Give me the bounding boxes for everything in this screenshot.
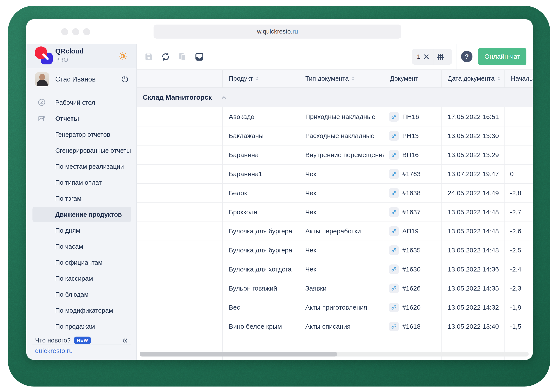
document-link-icon[interactable] [389, 226, 399, 236]
online-chat-button[interactable]: Онлайн-чат [478, 48, 526, 65]
sidebar-item-by-hours[interactable]: По часам [26, 238, 136, 254]
sidebar-item-by-dishes[interactable]: По блюдам [26, 286, 136, 302]
document-number[interactable]: ВП16 [402, 151, 419, 159]
cell-product: Авокадо [223, 107, 299, 126]
document-link-icon[interactable] [389, 265, 399, 274]
group-row-warehouse[interactable]: Склад Магнитогорск [137, 88, 533, 107]
document-number[interactable]: АП19 [402, 227, 419, 235]
cell-doc-type: Чек [299, 203, 384, 222]
document-number[interactable]: #1763 [402, 170, 420, 178]
document-link-icon[interactable] [389, 303, 399, 312]
document-number[interactable]: #1638 [402, 189, 420, 197]
table-row: Авокадо Приходные накладные ПН16 17.05.2… [137, 107, 533, 126]
sort-icon[interactable] [351, 76, 355, 81]
document-number[interactable]: #1637 [402, 209, 420, 216]
column-header-document[interactable]: Документ [384, 70, 442, 87]
document-number[interactable]: ПН16 [402, 113, 419, 121]
sidebar-nav: Рабочий стол Отчеты Генератор отчетов Сг… [26, 94, 136, 334]
toolbar-separator-2 [456, 44, 456, 69]
cell-initial: -2,4 [505, 260, 533, 279]
row-spacer-cell [137, 279, 223, 298]
sidebar-item-by-modifiers[interactable]: По модификаторам [26, 302, 136, 318]
address-bar[interactable]: w.quickresto.ru [154, 25, 401, 39]
column-header-doc-type[interactable]: Тип документа [299, 70, 384, 87]
table-row: Баранина1 Чек #1763 13.07.2022 19:47 0 [137, 165, 533, 183]
document-link-icon[interactable] [389, 284, 399, 293]
sidebar-item-reports[interactable]: Отчеты [26, 110, 136, 126]
sidebar-item-generated-reports[interactable]: Сгенерированные отчеты [26, 142, 136, 158]
column-header-initial[interactable]: Начальн. [505, 70, 533, 87]
sidebar-item-by-tags[interactable]: По тэгам [26, 190, 136, 206]
window-minimize-button[interactable] [72, 28, 79, 35]
column-header-doc-date[interactable]: Дата документа [442, 70, 505, 87]
cell-doc-type: Приходные накладные [299, 107, 384, 126]
sort-icon[interactable] [497, 76, 501, 81]
document-link-icon[interactable] [389, 112, 399, 122]
column-header-product[interactable]: Продукт [223, 70, 299, 87]
horizontal-scrollbar-thumb[interactable] [140, 352, 337, 357]
cell-document: #1630 [384, 260, 442, 279]
sidebar-item-by-sales[interactable]: По продажам [26, 318, 136, 334]
cell-doc-type: Чек [299, 260, 384, 279]
cell-date: 13.05.2022 14:48 [442, 241, 505, 260]
sidebar-item-product-movement[interactable]: Движение продуктов [26, 206, 136, 222]
document-link-icon[interactable] [389, 245, 399, 255]
cell-date: 13.05.2022 14:48 [442, 203, 505, 222]
theme-toggle-sun-icon[interactable] [118, 51, 128, 61]
row-spacer-cell [137, 203, 223, 222]
help-button[interactable]: ? [461, 51, 472, 62]
sidebar-item-by-days[interactable]: По дням [26, 222, 136, 238]
copy-icon[interactable] [178, 52, 187, 62]
window-zoom-button[interactable] [83, 28, 90, 35]
cell-product: Булочка для бургера [223, 222, 299, 241]
cell-doc-type: Акты переработки [299, 222, 384, 241]
group-label: Склад Магнитогорск [143, 93, 212, 101]
sidebar-item-by-payment-types[interactable]: По типам оплат [26, 175, 136, 190]
brand-name: QRcloud [55, 47, 84, 55]
document-number[interactable]: #1635 [402, 247, 420, 254]
cell-date: 13.05.2022 13:30 [442, 126, 505, 145]
document-number[interactable]: #1618 [402, 323, 420, 330]
user-profile-row[interactable]: Стас Иванов [26, 68, 136, 90]
document-link-icon[interactable] [389, 207, 399, 217]
inbox-tray-icon[interactable] [195, 52, 204, 62]
document-number[interactable]: РН13 [402, 132, 419, 140]
whats-new-row[interactable]: Что нового? NEW « [26, 334, 136, 347]
site-link[interactable]: quickresto.ru [35, 347, 73, 355]
cell-document: #1620 [384, 298, 442, 317]
brand-header: QRcloud PRO [26, 44, 136, 68]
browser-window: w.quickresto.ru QRcloud PRO [26, 19, 533, 360]
document-link-icon[interactable] [389, 188, 399, 198]
logout-power-icon[interactable] [121, 75, 129, 83]
sidebar-collapse-icon[interactable]: « [122, 335, 128, 345]
document-number[interactable]: #1630 [402, 266, 420, 273]
cell-document: #1637 [384, 203, 442, 222]
chevron-up-icon[interactable] [220, 94, 227, 101]
table-row: Бульон говяжий Заявки #1626 13.05.2022 1… [137, 279, 533, 298]
cell-doc-type: Расходные накладные [299, 126, 384, 145]
sidebar-item-by-sales-points[interactable]: По местам реализации [26, 158, 136, 175]
table-row: Булочка для хотдога Чек #1630 13.05.2022… [137, 260, 533, 279]
cell-initial [505, 107, 533, 126]
filter-sliders-icon[interactable] [436, 52, 445, 61]
document-link-icon[interactable] [389, 169, 399, 179]
sidebar-item-dashboard[interactable]: Рабочий стол [26, 94, 136, 110]
refresh-icon[interactable] [161, 52, 170, 62]
document-link-icon[interactable] [389, 322, 399, 331]
document-link-icon[interactable] [389, 131, 399, 141]
sort-icon[interactable] [255, 76, 259, 81]
horizontal-scrollbar-track[interactable] [140, 352, 529, 357]
sidebar-divider [33, 344, 131, 344]
sidebar-item-report-generator[interactable]: Генератор отчетов [26, 126, 136, 142]
sidebar-item-by-waiters[interactable]: По официантам [26, 254, 136, 270]
window-close-button[interactable] [61, 28, 68, 35]
document-link-icon[interactable] [389, 150, 399, 160]
cell-product: Вес [223, 298, 299, 317]
cell-date: 13.05.2022 14:36 [442, 260, 505, 279]
cell-initial: -1,5 [505, 317, 533, 336]
document-number[interactable]: #1626 [402, 285, 420, 292]
save-icon[interactable] [144, 52, 154, 62]
document-number[interactable]: #1620 [402, 304, 420, 311]
clear-filter-icon[interactable] [423, 53, 430, 60]
sidebar-item-by-cashiers[interactable]: По кассирам [26, 270, 136, 286]
